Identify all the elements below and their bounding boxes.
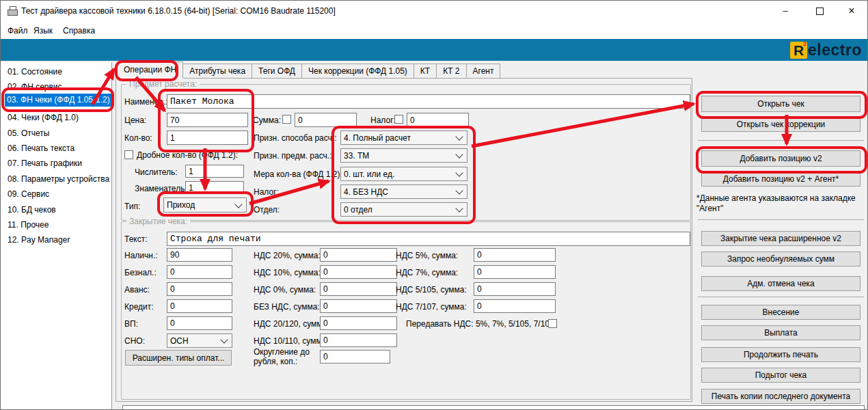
measure-select[interactable]: 0. шт. или ед.: [340, 167, 467, 181]
tab-operations-fn[interactable]: Операции ФН: [117, 62, 183, 79]
menu-help[interactable]: Справка: [59, 25, 98, 37]
vat7-107-label: НДС 7/107, сумма:: [396, 301, 467, 312]
agent-note-line1: *Данные агента указываются на закладке: [696, 193, 856, 204]
vat10-input[interactable]: [320, 265, 397, 279]
vat7-input[interactable]: [474, 265, 556, 279]
tax-sum-label: Налог:: [370, 115, 396, 126]
tax-sum-input[interactable]: [407, 113, 469, 127]
title-bar: Тест драйвера кассовой техники 6.18.0.15…: [1, 1, 867, 21]
cash-input[interactable]: [167, 248, 232, 262]
sidebar-item-11-misc[interactable]: 11. Прочее: [8, 219, 49, 232]
tax-sum-checkbox[interactable]: [394, 115, 403, 124]
cashless-label: Безнал.:: [124, 267, 157, 278]
menu-language[interactable]: Язык: [30, 25, 56, 37]
vat10-110-input[interactable]: [320, 333, 397, 347]
sidebar-item-10-receipt-db[interactable]: 10. БД чеков: [8, 204, 56, 217]
chevron-down-icon: [455, 169, 463, 176]
close-receipt-extended-v2-button[interactable]: Закрытие чека расширенное v2: [701, 231, 860, 246]
add-position-v2-button[interactable]: Добавить позицию v2: [701, 150, 860, 167]
type-label: Тип:: [124, 201, 140, 212]
credit-input[interactable]: [167, 299, 232, 313]
rounding-input[interactable]: [320, 350, 390, 364]
add-position-v2-agent-button[interactable]: Добавить позицию v2 + Агент*: [701, 171, 860, 187]
sidebar-item-08-device-params[interactable]: 08. Параметры устройства: [8, 173, 109, 186]
sidebar-item-01-state[interactable]: 01. Состояние: [8, 66, 62, 79]
sum-input[interactable]: [295, 113, 357, 127]
vat5-105-label: НДС 5/105, сумма:: [396, 284, 467, 295]
price-input[interactable]: [167, 113, 248, 127]
tab-strip: Операции ФН Атрибуты чека Теги ОФД Чек к…: [117, 62, 500, 79]
transmit-vat-checkbox[interactable]: [548, 319, 557, 328]
subject-sign-select[interactable]: 33. ТМ: [340, 148, 467, 163]
cash-out-button[interactable]: Выплата: [701, 325, 860, 340]
qty-input[interactable]: [167, 131, 248, 145]
qty-label: Кол-во:: [124, 133, 152, 144]
tab-correction-receipt[interactable]: Чек коррекции (ФФД 1.05): [302, 64, 414, 79]
type-select[interactable]: Приход: [163, 197, 247, 213]
tax-select-label: Налог:: [254, 187, 279, 197]
sno-select[interactable]: ОСН: [167, 333, 232, 348]
vp-input[interactable]: [167, 316, 232, 330]
chevron-down-icon: [455, 187, 463, 194]
vat20-120-input[interactable]: [320, 316, 397, 330]
tab-kt2[interactable]: КТ 2: [437, 64, 466, 79]
sidebar-item-03-fn-receipts[interactable]: 03. ФН чеки (ФФД 1.05-1.2): [5, 94, 112, 107]
fractional-qty-checkbox[interactable]: [124, 150, 133, 159]
vat10-110-label: НДС 10/110, сумма:: [254, 336, 329, 346]
vat7-label: НДС 7%, сумма:: [396, 267, 458, 278]
vat5-105-input[interactable]: [474, 282, 556, 296]
sidebar-item-02-fn-service[interactable]: 02. ФН сервис: [8, 81, 62, 94]
measure-label: Мера кол-ва (ФФД 1.2):: [254, 169, 342, 180]
cash-in-button[interactable]: Внесение: [701, 305, 860, 320]
no-vat-input[interactable]: [320, 299, 397, 313]
sidebar-item-05-reports[interactable]: 05. Отчеты: [8, 127, 50, 140]
open-correction-receipt-button[interactable]: Открыть чек коррекции: [701, 116, 860, 132]
chevron-down-icon: [455, 133, 463, 140]
open-receipt-button[interactable]: Открыть чек: [701, 96, 860, 112]
vat0-input[interactable]: [320, 282, 397, 296]
request-nonresettable-sums-button[interactable]: Запрос необнуляемых сумм: [701, 251, 860, 266]
continue-print-button[interactable]: Продолжить печать: [701, 347, 860, 362]
sidebar-item-04-receipts[interactable]: 04. Чеки (ФФД 1.0): [8, 111, 79, 124]
sidebar-item-06-print-text[interactable]: 06. Печать текста: [8, 142, 74, 155]
subtotal-button[interactable]: Подытог чека: [701, 368, 860, 383]
extended-pay-types-button[interactable]: Расширен. типы оплат...: [125, 350, 232, 366]
agent-note-line2: "Агент": [696, 204, 723, 214]
vat7-107-input[interactable]: [474, 299, 556, 313]
sum-label: Сумма:: [253, 115, 281, 126]
app-window: Тест драйвера кассовой техники 6.18.0.15…: [0, 0, 868, 410]
closing-group-title: Закрытие чека:: [126, 217, 190, 226]
denominator-input[interactable]: [185, 181, 244, 194]
sidebar-item-07-print-graphics[interactable]: 07. Печать графики: [8, 157, 82, 170]
vat20-label: НДС 20%, сумма:: [254, 250, 321, 261]
advance-input[interactable]: [167, 282, 232, 296]
cashless-input[interactable]: [167, 265, 232, 279]
tab-ofd-tags[interactable]: Теги ОФД: [252, 64, 302, 79]
text-input[interactable]: [167, 232, 690, 246]
vat0-label: НДС 0%, сумма:: [254, 284, 316, 295]
tax-select[interactable]: 4. БЕЗ НДС: [340, 184, 467, 199]
sidebar-item-09-service[interactable]: 09. Сервис: [8, 188, 49, 201]
close-icon[interactable]: ×: [840, 1, 863, 21]
numerator-input[interactable]: [185, 165, 244, 178]
maximize-icon[interactable]: [808, 1, 831, 21]
vat20-input[interactable]: [320, 248, 397, 262]
print-copy-last-document-button[interactable]: Печать копии последнего документа: [701, 389, 860, 404]
tab-receipt-attributes[interactable]: Атрибуты чека: [183, 64, 252, 79]
admin-cancel-receipt-button[interactable]: Адм. отмена чека: [701, 276, 860, 291]
sidebar-item-12-pay-manager[interactable]: 12. Pay Manager: [8, 234, 70, 247]
sum-checkbox[interactable]: [282, 115, 291, 124]
tab-kt[interactable]: КТ: [414, 64, 437, 79]
name-input[interactable]: [167, 94, 690, 109]
calc-method-select[interactable]: 4. Полный расчет: [340, 131, 467, 145]
menu-file[interactable]: Файл: [4, 25, 31, 37]
log-output-box[interactable]: [122, 405, 865, 410]
denominator-label: Знаменатель:: [135, 183, 187, 194]
minimize-icon[interactable]: –: [774, 1, 797, 21]
dept-select[interactable]: 0 отдел: [340, 202, 467, 217]
advance-label: Аванс:: [124, 284, 150, 295]
vat5-input[interactable]: [474, 248, 556, 262]
separator: [698, 297, 864, 297]
cash-label: Наличн.:: [124, 250, 158, 261]
tab-agent[interactable]: Агент: [467, 64, 501, 79]
